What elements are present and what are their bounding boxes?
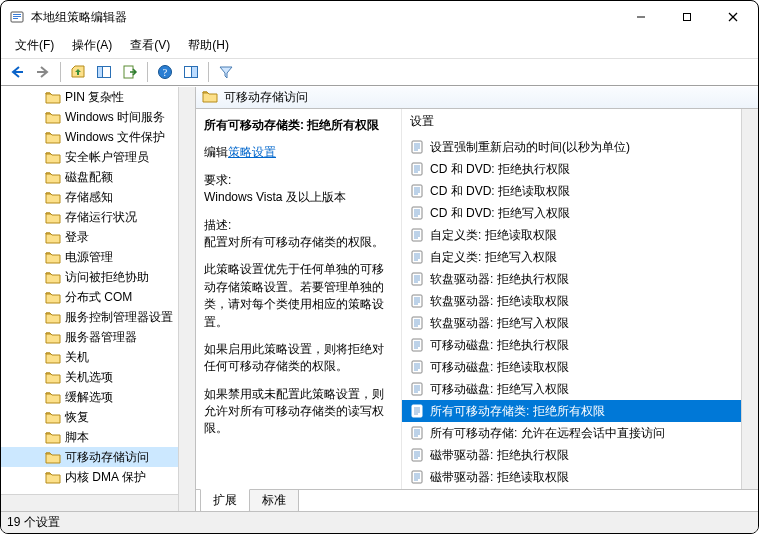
setting-item-label: CD 和 DVD: 拒绝读取权限 — [430, 183, 570, 200]
tree-item[interactable]: Windows 文件保护 — [1, 127, 195, 147]
tree-item-label: 分布式 COM — [65, 289, 132, 306]
folder-icon — [45, 210, 61, 224]
setting-item[interactable]: 自定义类: 拒绝写入权限 — [402, 246, 758, 268]
svg-rect-1 — [13, 14, 21, 15]
up-button[interactable] — [66, 61, 90, 83]
tree-item[interactable]: 缓解选项 — [1, 387, 195, 407]
tree-item[interactable]: 内核 DMA 保护 — [1, 467, 195, 487]
tree-item[interactable]: 关机 — [1, 347, 195, 367]
folder-icon — [45, 310, 61, 324]
setting-item-label: 软盘驱动器: 拒绝执行权限 — [430, 271, 569, 288]
setting-item[interactable]: 所有可移动存储类: 拒绝所有权限 — [402, 400, 758, 422]
setting-item[interactable]: 可移动磁盘: 拒绝写入权限 — [402, 378, 758, 400]
svg-rect-90 — [412, 471, 422, 483]
minimize-button[interactable] — [618, 2, 664, 32]
menu-view[interactable]: 查看(V) — [122, 35, 178, 56]
menu-help[interactable]: 帮助(H) — [180, 35, 237, 56]
tree-horizontal-scrollbar[interactable] — [1, 494, 178, 511]
back-button[interactable] — [5, 61, 29, 83]
filter-button[interactable] — [214, 61, 238, 83]
tree-item[interactable]: 可移动存储访问 — [1, 447, 195, 467]
tree-item[interactable]: 电源管理 — [1, 247, 195, 267]
folder-icon — [45, 450, 61, 464]
tree-item[interactable]: 分布式 COM — [1, 287, 195, 307]
policy-icon — [410, 382, 424, 396]
tree-item[interactable]: PIN 复杂性 — [1, 87, 195, 107]
folder-icon — [45, 470, 61, 484]
setting-item[interactable]: 所有可移动存储: 允许在远程会话中直接访问 — [402, 422, 758, 444]
tree-item[interactable]: 登录 — [1, 227, 195, 247]
setting-item[interactable]: 磁带驱动器: 拒绝执行权限 — [402, 444, 758, 466]
maximize-button[interactable] — [664, 2, 710, 32]
folder-icon — [45, 150, 61, 164]
svg-rect-9 — [98, 67, 103, 78]
tree-vertical-scrollbar[interactable] — [178, 87, 195, 511]
tree-item[interactable]: 存储感知 — [1, 187, 195, 207]
svg-rect-20 — [412, 163, 422, 175]
folder-icon — [45, 230, 61, 244]
setting-item[interactable]: CD 和 DVD: 拒绝执行权限 — [402, 158, 758, 180]
tree-item[interactable]: 安全帐户管理员 — [1, 147, 195, 167]
description-pane: 所有可移动存储类: 拒绝所有权限 编辑策略设置 要求: Windows Vist… — [196, 109, 401, 489]
help-button[interactable]: ? — [153, 61, 177, 83]
view-tabs: 扩展 标准 — [196, 489, 758, 511]
settings-column-header[interactable]: 设置 — [402, 109, 758, 136]
settings-list[interactable]: 设置 设置强制重新启动的时间(以秒为单位)CD 和 DVD: 拒绝执行权限CD … — [401, 109, 758, 489]
setting-item[interactable]: 软盘驱动器: 拒绝写入权限 — [402, 312, 758, 334]
svg-rect-75 — [412, 405, 422, 417]
forward-button[interactable] — [31, 61, 55, 83]
setting-item[interactable]: 软盘驱动器: 拒绝读取权限 — [402, 290, 758, 312]
tree-item[interactable]: Windows 时间服务 — [1, 107, 195, 127]
svg-rect-15 — [412, 141, 422, 153]
tree-item[interactable]: 关机选项 — [1, 367, 195, 387]
policy-icon — [410, 360, 424, 374]
setting-item[interactable]: 自定义类: 拒绝读取权限 — [402, 224, 758, 246]
setting-item[interactable]: 可移动磁盘: 拒绝读取权限 — [402, 356, 758, 378]
edit-policy-link[interactable]: 策略设置 — [228, 145, 276, 159]
setting-item-label: 磁带驱动器: 拒绝执行权限 — [430, 447, 569, 464]
folder-icon — [202, 89, 218, 106]
setting-item[interactable]: 软盘驱动器: 拒绝执行权限 — [402, 268, 758, 290]
right-body: 所有可移动存储类: 拒绝所有权限 编辑策略设置 要求: Windows Vist… — [196, 109, 758, 489]
tree-item[interactable]: 服务器管理器 — [1, 327, 195, 347]
toolbar: ? — [1, 58, 758, 86]
setting-item[interactable]: 磁带驱动器: 拒绝读取权限 — [402, 466, 758, 488]
close-button[interactable] — [710, 2, 756, 32]
svg-rect-5 — [684, 14, 691, 21]
setting-item[interactable]: 设置强制重新启动的时间(以秒为单位) — [402, 136, 758, 158]
tab-extended[interactable]: 扩展 — [200, 489, 250, 511]
setting-item[interactable]: CD 和 DVD: 拒绝写入权限 — [402, 202, 758, 224]
tree-item-label: 缓解选项 — [65, 389, 113, 406]
policy-icon — [410, 338, 424, 352]
tab-standard[interactable]: 标准 — [249, 490, 299, 511]
export-list-button[interactable] — [118, 61, 142, 83]
svg-rect-80 — [412, 427, 422, 439]
tree-pane[interactable]: PIN 复杂性Windows 时间服务Windows 文件保护安全帐户管理员磁盘… — [1, 87, 196, 511]
policy-icon — [410, 250, 424, 264]
tree-item[interactable]: 磁盘配额 — [1, 167, 195, 187]
properties-button[interactable] — [179, 61, 203, 83]
folder-icon — [45, 330, 61, 344]
tree-item[interactable]: 访问被拒绝协助 — [1, 267, 195, 287]
tree-item-label: 访问被拒绝协助 — [65, 269, 149, 286]
setting-item[interactable]: CD 和 DVD: 拒绝读取权限 — [402, 180, 758, 202]
tree-item-label: 脚本 — [65, 429, 89, 446]
menu-file[interactable]: 文件(F) — [7, 35, 62, 56]
requirements-label: 要求: — [204, 172, 395, 189]
tree-item[interactable]: 服务控制管理器设置 — [1, 307, 195, 327]
tree-item[interactable]: 脚本 — [1, 427, 195, 447]
setting-item[interactable]: 可移动磁盘: 拒绝执行权限 — [402, 334, 758, 356]
tree-item[interactable]: 恢复 — [1, 407, 195, 427]
menubar: 文件(F) 操作(A) 查看(V) 帮助(H) — [1, 33, 758, 58]
policy-icon — [410, 206, 424, 220]
tree-item-label: 恢复 — [65, 409, 89, 426]
svg-rect-85 — [412, 449, 422, 461]
settings-vertical-scrollbar[interactable] — [741, 109, 758, 489]
tree-item[interactable]: 存储运行状况 — [1, 207, 195, 227]
setting-item-label: 自定义类: 拒绝读取权限 — [430, 227, 557, 244]
menu-action[interactable]: 操作(A) — [64, 35, 120, 56]
tree-item-label: 可移动存储访问 — [65, 449, 149, 466]
tree-item-label: 关机选项 — [65, 369, 113, 386]
show-hide-tree-button[interactable] — [92, 61, 116, 83]
folder-icon — [45, 270, 61, 284]
